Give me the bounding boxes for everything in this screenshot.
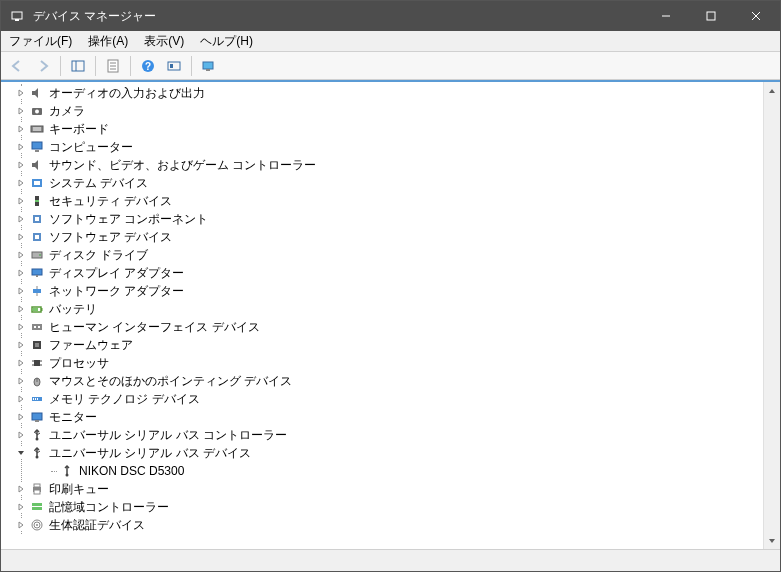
window-title: デバイス マネージャー bbox=[33, 8, 643, 25]
toolbar-separator bbox=[95, 56, 96, 76]
svg-rect-14 bbox=[168, 62, 180, 70]
minimize-button[interactable] bbox=[643, 1, 688, 31]
tree-node[interactable]: 生体認証デバイス bbox=[7, 516, 763, 534]
tree-node[interactable]: カメラ bbox=[7, 102, 763, 120]
help-button[interactable]: ? bbox=[136, 54, 160, 78]
computer-icon bbox=[29, 139, 45, 155]
tree-node[interactable]: 印刷キュー bbox=[7, 480, 763, 498]
chevron-right-icon[interactable] bbox=[15, 213, 27, 225]
tree-node[interactable]: システム デバイス bbox=[7, 174, 763, 192]
chevron-right-icon[interactable] bbox=[15, 231, 27, 243]
tree-node[interactable]: マウスとそのほかのポインティング デバイス bbox=[7, 372, 763, 390]
tree-node[interactable]: ユニバーサル シリアル バス コントローラー bbox=[7, 426, 763, 444]
chevron-right-icon[interactable] bbox=[15, 483, 27, 495]
back-button[interactable] bbox=[5, 54, 29, 78]
menu-view[interactable]: 表示(V) bbox=[136, 31, 192, 52]
tree-node[interactable]: ディスク ドライブ bbox=[7, 246, 763, 264]
svg-rect-59 bbox=[32, 413, 42, 420]
storage-icon bbox=[29, 499, 45, 515]
tree-node-label: ヒューマン インターフェイス デバイス bbox=[49, 319, 260, 336]
chevron-right-icon[interactable] bbox=[15, 195, 27, 207]
chevron-right-icon[interactable] bbox=[15, 141, 27, 153]
device-tree[interactable]: オーディオの入力および出力カメラキーボードコンピューターサウンド、ビデオ、および… bbox=[1, 82, 763, 549]
tree-node-label: メモリ テクノロジ デバイス bbox=[49, 391, 200, 408]
toolbar-separator bbox=[130, 56, 131, 76]
svg-rect-15 bbox=[170, 64, 173, 68]
chevron-right-icon[interactable] bbox=[15, 285, 27, 297]
properties-button[interactable] bbox=[101, 54, 125, 78]
menu-file[interactable]: ファイル(F) bbox=[1, 31, 80, 52]
tree-node-label: バッテリ bbox=[49, 301, 97, 318]
monitor-icon bbox=[29, 409, 45, 425]
menu-help[interactable]: ヘルプ(H) bbox=[192, 31, 261, 52]
tree-node[interactable]: 記憶域コントローラー bbox=[7, 498, 763, 516]
chevron-right-icon[interactable] bbox=[15, 519, 27, 531]
scroll-up-button[interactable] bbox=[764, 82, 780, 99]
tree-node[interactable]: ユニバーサル シリアル バス デバイス bbox=[7, 444, 763, 462]
chevron-right-icon[interactable] bbox=[15, 393, 27, 405]
scroll-down-button[interactable] bbox=[764, 532, 780, 549]
chevron-right-icon[interactable] bbox=[15, 375, 27, 387]
svg-rect-35 bbox=[32, 269, 42, 275]
tree-node[interactable]: ディスプレイ アダプター bbox=[7, 264, 763, 282]
chevron-right-icon[interactable] bbox=[15, 501, 27, 513]
chevron-right-icon[interactable] bbox=[15, 267, 27, 279]
tree-node-label: システム デバイス bbox=[49, 175, 148, 192]
scan-hardware-button[interactable] bbox=[162, 54, 186, 78]
chevron-right-icon[interactable] bbox=[15, 339, 27, 351]
chevron-right-icon[interactable] bbox=[15, 321, 27, 333]
svg-rect-43 bbox=[32, 324, 42, 330]
tree-node-label: ソフトウェア デバイス bbox=[49, 229, 172, 246]
tree-node-label: ファームウェア bbox=[49, 337, 133, 354]
tree-node[interactable]: サウンド、ビデオ、およびゲーム コントローラー bbox=[7, 156, 763, 174]
chevron-right-icon[interactable] bbox=[15, 429, 27, 441]
close-button[interactable] bbox=[733, 1, 778, 31]
tree-node[interactable]: プロセッサ bbox=[7, 354, 763, 372]
chevron-right-icon[interactable] bbox=[15, 159, 27, 171]
forward-button[interactable] bbox=[31, 54, 55, 78]
chevron-right-icon[interactable] bbox=[15, 249, 27, 261]
chevron-right-icon[interactable] bbox=[15, 303, 27, 315]
tree-node[interactable]: ファームウェア bbox=[7, 336, 763, 354]
svg-text:?: ? bbox=[145, 61, 151, 72]
device-manager-window: デバイス マネージャー ファイル(F) 操作(A) 表示(V) ヘルプ(H) ?… bbox=[0, 0, 781, 572]
tree-node-label: ネットワーク アダプター bbox=[49, 283, 184, 300]
svg-rect-72 bbox=[34, 484, 40, 487]
tree-node[interactable]: ソフトウェア コンポーネント bbox=[7, 210, 763, 228]
tree-child-node[interactable]: NIKON DSC D5300 bbox=[7, 462, 763, 480]
chevron-right-icon[interactable] bbox=[15, 123, 27, 135]
titlebar[interactable]: デバイス マネージャー bbox=[1, 1, 780, 31]
chevron-right-icon[interactable] bbox=[15, 411, 27, 423]
tree-node[interactable]: ソフトウェア デバイス bbox=[7, 228, 763, 246]
vertical-scrollbar[interactable] bbox=[763, 82, 780, 549]
tree-node-label: モニター bbox=[49, 409, 97, 426]
chevron-down-icon[interactable] bbox=[15, 447, 27, 459]
chevron-right-icon[interactable] bbox=[15, 105, 27, 117]
audio-icon bbox=[29, 157, 45, 173]
tree-node[interactable]: コンピューター bbox=[7, 138, 763, 156]
svg-rect-60 bbox=[35, 420, 39, 422]
tree-node-label: ディスク ドライブ bbox=[49, 247, 148, 264]
tree-node[interactable]: バッテリ bbox=[7, 300, 763, 318]
tree-node[interactable]: オーディオの入力および出力 bbox=[7, 84, 763, 102]
svg-rect-48 bbox=[34, 360, 40, 366]
camera-icon bbox=[29, 103, 45, 119]
chevron-right-icon[interactable] bbox=[15, 87, 27, 99]
svg-rect-36 bbox=[36, 275, 38, 277]
tree-node[interactable]: ヒューマン インターフェイス デバイス bbox=[7, 318, 763, 336]
menu-action[interactable]: 操作(A) bbox=[80, 31, 136, 52]
svg-rect-23 bbox=[32, 142, 42, 149]
tree-node[interactable]: セキュリティ デバイス bbox=[7, 192, 763, 210]
network-icon bbox=[29, 283, 45, 299]
show-hidden-button[interactable] bbox=[197, 54, 221, 78]
chevron-right-icon[interactable] bbox=[15, 177, 27, 189]
tree-node[interactable]: メモリ テクノロジ デバイス bbox=[7, 390, 763, 408]
show-hide-tree-button[interactable] bbox=[66, 54, 90, 78]
tree-node[interactable]: キーボード bbox=[7, 120, 763, 138]
usb-dev-icon bbox=[59, 463, 75, 479]
tree-node[interactable]: モニター bbox=[7, 408, 763, 426]
tree-node-label: キーボード bbox=[49, 121, 109, 138]
maximize-button[interactable] bbox=[688, 1, 733, 31]
tree-node[interactable]: ネットワーク アダプター bbox=[7, 282, 763, 300]
chevron-right-icon[interactable] bbox=[15, 357, 27, 369]
